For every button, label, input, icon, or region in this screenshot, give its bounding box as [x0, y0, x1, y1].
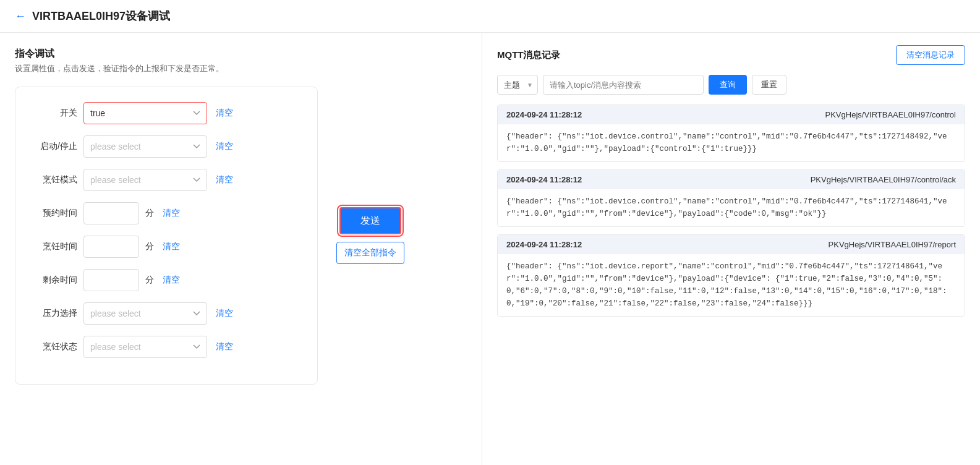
clear-all-button[interactable]: 清空全部指令: [336, 242, 404, 264]
section-title: 指令调试: [15, 48, 467, 61]
log-body-0: {"header": {"ns":"iot.device.control","n…: [498, 124, 965, 161]
clear-btn-cook_time[interactable]: 清空: [160, 241, 182, 252]
form-card: 开关true清空启动/停止please select清空烹饪模式please s…: [15, 87, 318, 385]
form-label-cook_time: 烹饪时间: [34, 241, 77, 252]
log-item-1: 2024-09-24 11:28:12PKVgHejs/VIRTBAAEL0IH…: [497, 169, 965, 227]
unit-remaining_time: 分: [145, 275, 154, 286]
log-timestamp-2: 2024-09-24 11:28:12: [506, 240, 582, 249]
form-row-pressure: 压力选择please select清空: [34, 302, 299, 325]
input-remaining_time[interactable]: [83, 269, 139, 291]
select-cook_mode[interactable]: please select: [83, 169, 207, 191]
clear-btn-cook_status[interactable]: 清空: [213, 341, 236, 352]
log-header-1: 2024-09-24 11:28:12PKVgHejs/VIRTBAAEL0IH…: [498, 170, 965, 189]
unit-reservation_time: 分: [145, 208, 154, 219]
form-label-switch: 开关: [34, 108, 77, 119]
reset-button[interactable]: 重置: [752, 75, 786, 95]
search-input[interactable]: [543, 75, 704, 95]
log-body-2: {"header": {"ns":"iot.device.report","na…: [498, 254, 965, 316]
section-desc: 设置属性值，点击发送，验证指令的上报和下发是否正常。: [15, 63, 467, 74]
form-row-reservation_time: 预约时间分清空: [34, 202, 299, 224]
action-buttons: 发送 清空全部指令: [336, 207, 404, 264]
clear-btn-cook_mode[interactable]: 清空: [213, 174, 236, 186]
query-button[interactable]: 查询: [709, 75, 747, 95]
form-label-cook_mode: 烹饪模式: [34, 174, 77, 186]
log-topic-1: PKVgHejs/VIRTBAAEL0IH97/control/ack: [811, 175, 956, 184]
log-item-0: 2024-09-24 11:28:12PKVgHejs/VIRTBAAEL0IH…: [497, 105, 965, 162]
clear-btn-start_stop[interactable]: 清空: [213, 141, 236, 152]
clear-btn-switch[interactable]: 清空: [213, 108, 236, 119]
right-panel: MQTT消息记录 清空消息记录 主题 ▼ 查询 重置 2024-09-24 11…: [482, 33, 980, 465]
form-row-switch: 开关true清空: [34, 102, 299, 124]
form-label-remaining_time: 剩余时间: [34, 275, 77, 286]
input-cook_time[interactable]: [83, 236, 139, 258]
send-button[interactable]: 发送: [339, 207, 401, 234]
log-header-2: 2024-09-24 11:28:12PKVgHejs/VIRTBAAEL0IH…: [498, 235, 965, 254]
select-switch[interactable]: true: [83, 102, 207, 124]
topic-select[interactable]: 主题: [497, 75, 538, 95]
clear-log-button[interactable]: 清空消息记录: [896, 45, 965, 65]
topic-select-wrap: 主题 ▼: [497, 75, 538, 95]
form-row-cook_mode: 烹饪模式please select清空: [34, 169, 299, 191]
select-pressure[interactable]: please select: [83, 302, 207, 325]
log-topic-0: PKVgHejs/VIRTBAAEL0IH97/control: [825, 110, 956, 119]
form-row-cook_status: 烹饪状态please select清空: [34, 336, 299, 358]
log-topic-2: PKVgHejs/VIRTBAAEL0IH97/report: [829, 240, 956, 249]
select-start_stop[interactable]: please select: [83, 135, 207, 158]
input-reservation_time[interactable]: [83, 202, 139, 224]
form-label-pressure: 压力选择: [34, 308, 77, 319]
unit-cook_time: 分: [145, 241, 154, 252]
clear-btn-remaining_time[interactable]: 清空: [160, 275, 182, 286]
page-title: VIRTBAAEL0IH97设备调试: [32, 9, 170, 23]
form-label-start_stop: 启动/停止: [34, 141, 77, 152]
search-bar: 主题 ▼ 查询 重置: [497, 75, 965, 95]
log-timestamp-1: 2024-09-24 11:28:12: [506, 175, 582, 184]
log-header-0: 2024-09-24 11:28:12PKVgHejs/VIRTBAAEL0IH…: [498, 105, 965, 124]
log-list: 2024-09-24 11:28:12PKVgHejs/VIRTBAAEL0IH…: [497, 105, 965, 324]
form-label-cook_status: 烹饪状态: [34, 341, 77, 352]
log-item-2: 2024-09-24 11:28:12PKVgHejs/VIRTBAAEL0IH…: [497, 234, 965, 317]
back-icon[interactable]: ←: [15, 10, 26, 23]
log-body-1: {"header": {"ns":"iot.device.control","n…: [498, 189, 965, 226]
select-cook_status[interactable]: please select: [83, 336, 207, 358]
clear-btn-reservation_time[interactable]: 清空: [160, 208, 182, 219]
main-content: 指令调试 设置属性值，点击发送，验证指令的上报和下发是否正常。 开关true清空…: [0, 33, 980, 465]
form-label-reservation_time: 预约时间: [34, 208, 77, 219]
form-row-start_stop: 启动/停止please select清空: [34, 135, 299, 158]
form-row-cook_time: 烹饪时间分清空: [34, 236, 299, 258]
mqtt-title: MQTT消息记录: [497, 49, 561, 61]
left-panel: 指令调试 设置属性值，点击发送，验证指令的上报和下发是否正常。 开关true清空…: [0, 33, 482, 465]
right-header: MQTT消息记录 清空消息记录: [497, 45, 965, 65]
form-row-remaining_time: 剩余时间分清空: [34, 269, 299, 291]
log-timestamp-0: 2024-09-24 11:28:12: [506, 110, 582, 119]
page-header: ← VIRTBAAEL0IH97设备调试: [0, 0, 980, 33]
clear-btn-pressure[interactable]: 清空: [213, 308, 236, 319]
